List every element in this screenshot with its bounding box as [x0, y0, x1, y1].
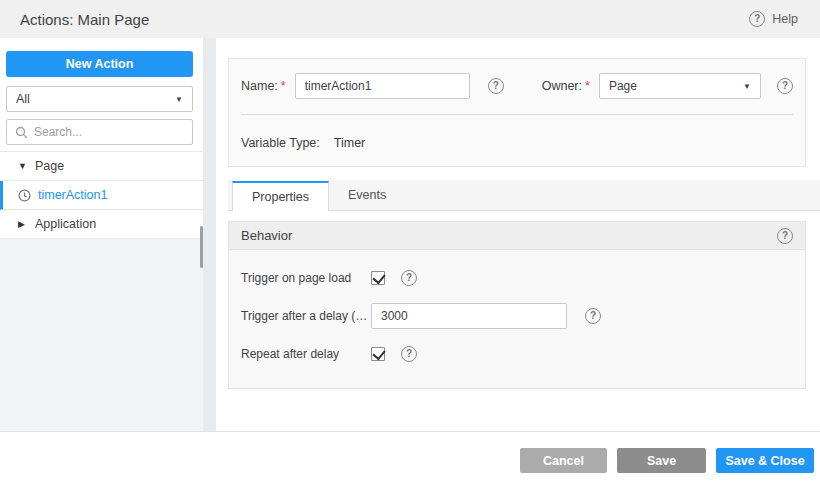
help-button[interactable]: ? Help [749, 11, 798, 27]
name-help-icon[interactable]: ? [488, 78, 504, 94]
owner-dropdown[interactable]: Page ▼ [599, 73, 761, 99]
name-field[interactable] [295, 73, 470, 99]
save-button[interactable]: Save [617, 448, 706, 473]
actions-dialog: Actions: Main Page ? Help New Action All… [0, 0, 820, 489]
help-circle-icon: ? [749, 11, 765, 27]
trigger-on-page-load-label: Trigger on page load [241, 271, 371, 285]
chevron-down-icon: ▼ [175, 95, 183, 104]
save-and-close-button[interactable]: Save & Close [716, 448, 814, 473]
variable-type-row: Variable Type: Timer [241, 134, 793, 152]
owner-label: Owner: [542, 79, 582, 93]
trigger-on-page-load-checkbox[interactable] [371, 271, 385, 285]
page-title: Actions: Main Page [20, 11, 149, 28]
tree-item-page[interactable]: ▼ Page [0, 152, 203, 181]
panel-divider [241, 114, 793, 115]
tree-item-label: Page [35, 159, 64, 173]
trigger-delay-field[interactable] [371, 303, 567, 329]
repeat-after-delay-label: Repeat after delay [241, 347, 371, 361]
behavior-section: Behavior ? Trigger on page load ? Trigge… [228, 221, 806, 389]
help-label: Help [772, 12, 798, 26]
trigger-on-page-load-row: Trigger on page load ? [241, 260, 793, 296]
sidebar-main-divider [203, 38, 216, 431]
chevron-down-icon: ▼ [743, 82, 751, 91]
triangle-down-icon[interactable]: ▼ [18, 161, 28, 171]
behavior-section-header: Behavior ? [229, 222, 805, 250]
sidebar-scrollbar-thumb[interactable] [200, 226, 203, 268]
search-box[interactable] [6, 119, 193, 145]
repeat-after-delay-checkbox[interactable] [371, 347, 385, 361]
variable-type-value: Timer [334, 136, 365, 150]
filter-dropdown[interactable]: All ▼ [6, 86, 193, 112]
behavior-section-body: Trigger on page load ? Trigger after a d… [229, 250, 805, 388]
behavior-help-icon[interactable]: ? [777, 228, 793, 244]
actions-tree: ▼ Page timerAction1 ▶ Application [0, 151, 203, 239]
clock-icon [18, 189, 31, 202]
dialog-footer: Cancel Save Save & Close [0, 431, 820, 489]
name-owner-row: Name: * ? Owner: * Page ▼ ? [241, 71, 793, 101]
tree-item-label: Application [35, 217, 96, 231]
owner-help-icon[interactable]: ? [777, 78, 793, 94]
properties-events-tabstrip: Properties Events [228, 180, 820, 211]
main-content: Name: * ? Owner: * Page ▼ ? Variable Typ… [216, 38, 820, 431]
titlebar: Actions: Main Page ? Help [0, 0, 820, 38]
variable-type-label: Variable Type: [241, 136, 320, 150]
tab-properties[interactable]: Properties [232, 181, 329, 211]
trigger-delay-label: Trigger after a delay (millisec... [241, 309, 371, 323]
new-action-button[interactable]: New Action [6, 51, 193, 77]
sidebar-filler [0, 239, 203, 431]
triangle-right-icon[interactable]: ▶ [18, 219, 28, 229]
name-required-marker: * [281, 79, 286, 93]
owner-dropdown-value: Page [609, 79, 743, 93]
dialog-body: New Action All ▼ ▼ Page [0, 38, 820, 431]
tree-item-application[interactable]: ▶ Application [0, 210, 203, 239]
tab-events[interactable]: Events [329, 180, 405, 210]
name-label: Name: [241, 79, 278, 93]
trigger-delay-row: Trigger after a delay (millisec... ? [241, 298, 793, 334]
tree-item-label: timerAction1 [38, 188, 107, 202]
tab-bar: Properties Events [228, 180, 820, 211]
owner-required-marker: * [585, 79, 590, 93]
sidebar-controls: New Action All ▼ [0, 38, 203, 151]
tree-item-timeraction1[interactable]: timerAction1 [0, 181, 203, 210]
cancel-button[interactable]: Cancel [520, 448, 607, 473]
trigger-on-page-load-help-icon[interactable]: ? [401, 270, 417, 286]
behavior-section-title: Behavior [241, 228, 777, 243]
repeat-after-delay-help-icon[interactable]: ? [401, 346, 417, 362]
filter-dropdown-value: All [16, 92, 175, 106]
actions-sidebar: New Action All ▼ ▼ Page [0, 38, 203, 431]
trigger-delay-help-icon[interactable]: ? [585, 308, 601, 324]
search-input[interactable] [34, 125, 184, 139]
action-header-panel: Name: * ? Owner: * Page ▼ ? Variable Typ… [228, 58, 806, 167]
search-icon [15, 126, 28, 139]
repeat-after-delay-row: Repeat after delay ? [241, 336, 793, 372]
